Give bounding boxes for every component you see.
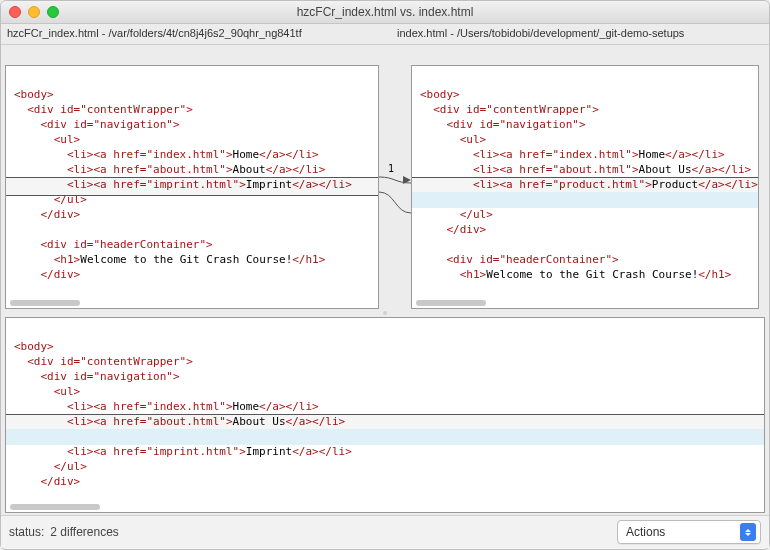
chevron-updown-icon xyxy=(740,523,756,541)
status-bar: status: 2 differences Actions xyxy=(1,515,769,548)
actions-label: Actions xyxy=(626,525,665,539)
code-line: <div id="headerContainer"> xyxy=(14,238,213,251)
left-pane[interactable]: <body> <div id="contentWrapper"> <div id… xyxy=(5,65,379,309)
right-pane[interactable]: <body> <div id="contentWrapper"> <div id… xyxy=(411,65,759,309)
side-by-side-diff: <body> <div id="contentWrapper"> <div id… xyxy=(1,45,769,309)
minimize-icon[interactable] xyxy=(28,6,40,18)
path-bar: hzcFCr_index.html - /var/folders/4t/cn8j… xyxy=(1,24,769,45)
code-line: </div> xyxy=(14,268,80,281)
svg-marker-0 xyxy=(403,176,411,184)
window-controls xyxy=(9,6,59,18)
code-line: <li><a href="imprint.html">Imprint</a></… xyxy=(14,445,352,458)
code-line: <body> xyxy=(14,340,54,353)
titlebar[interactable]: hzcFCr_index.html vs. index.html xyxy=(1,1,769,24)
diff-marker-right-2 xyxy=(412,192,758,208)
code-line: <h1>Welcome to the Git Crash Course!</h1… xyxy=(420,268,731,281)
code-line: <div id="contentWrapper"> xyxy=(420,103,599,116)
code-line: </ul> xyxy=(420,208,493,221)
merge-pane[interactable]: <body> <div id="contentWrapper"> <div id… xyxy=(5,317,765,513)
close-icon[interactable] xyxy=(9,6,21,18)
code-line: <body> xyxy=(420,88,460,101)
diff-window: hzcFCr_index.html vs. index.html hzcFCr_… xyxy=(0,0,770,550)
code-line: <li><a href="index.html">Home</a></li> xyxy=(420,148,725,161)
code-line: <div id="contentWrapper"> xyxy=(14,355,193,368)
zoom-icon[interactable] xyxy=(47,6,59,18)
splitter-handle[interactable] xyxy=(1,309,769,317)
code-line: </div> xyxy=(420,223,486,236)
code-line: </div> xyxy=(14,475,80,488)
left-file-path: hzcFCr_index.html - /var/folders/4t/cn8j… xyxy=(1,24,379,44)
diff-marker-left xyxy=(6,177,378,196)
code-line: <body> xyxy=(14,88,54,101)
actions-dropdown[interactable]: Actions xyxy=(617,520,761,544)
status-label: status: xyxy=(9,525,44,539)
code-line: <div id="headerContainer"> xyxy=(420,253,619,266)
merge-code[interactable]: <body> <div id="contentWrapper"> <div id… xyxy=(6,318,764,495)
code-line: <h1>Welcome to the Git Crash Course!</h1… xyxy=(14,253,325,266)
code-line: <ul> xyxy=(14,133,80,146)
code-line: </ul> xyxy=(14,460,87,473)
grip-icon xyxy=(383,311,387,315)
code-line: </div> xyxy=(14,208,80,221)
code-line: <li><a href="about.html">About Us</a></l… xyxy=(420,163,751,176)
status-value: 2 differences xyxy=(50,525,119,539)
code-line: <ul> xyxy=(14,385,80,398)
diff-number-label: 1 xyxy=(388,163,394,174)
merge-h-scrollbar[interactable] xyxy=(10,504,100,510)
code-line: <div id="navigation"> xyxy=(420,118,586,131)
code-line: <ul> xyxy=(420,133,486,146)
code-line: <div id="navigation"> xyxy=(14,118,180,131)
code-line: <li><a href="index.html">Home</a></li> xyxy=(14,148,319,161)
code-line: <div id="navigation"> xyxy=(14,370,180,383)
window-title: hzcFCr_index.html vs. index.html xyxy=(297,5,474,19)
merge-pane-wrap: <body> <div id="contentWrapper"> <div id… xyxy=(1,317,769,515)
diff-connector: 1 xyxy=(379,45,411,309)
right-file-path: index.html - /Users/tobidobi/development… xyxy=(379,24,769,44)
code-line: <li><a href="index.html">Home</a></li> xyxy=(14,400,319,413)
code-line: <li><a href="about.html">About</a></li> xyxy=(14,163,325,176)
left-h-scrollbar[interactable] xyxy=(10,300,80,306)
right-h-scrollbar[interactable] xyxy=(416,300,486,306)
diff-marker-merge-2 xyxy=(6,429,764,445)
code-line: <div id="contentWrapper"> xyxy=(14,103,193,116)
